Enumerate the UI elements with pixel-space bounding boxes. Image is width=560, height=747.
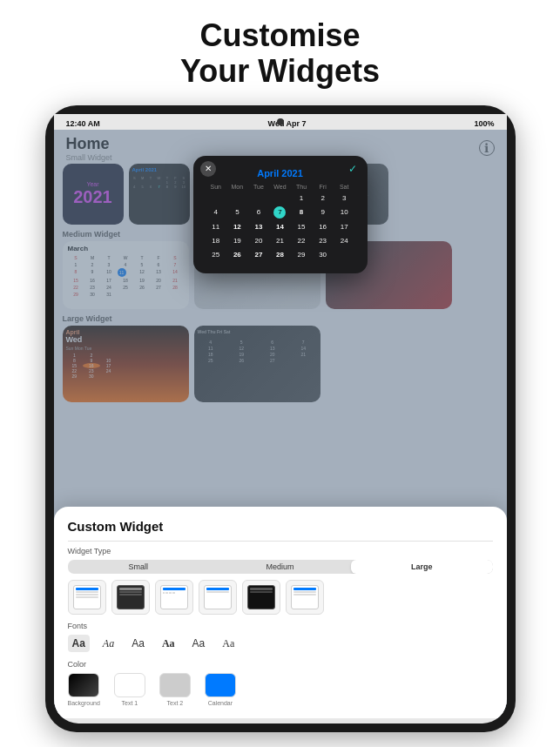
color-swatch-label-cal: Calendar [208,700,233,706]
tab-medium[interactable]: Medium [209,560,351,574]
widget-type-tabs: Small Medium Large [68,560,493,574]
status-date: Wed Apr 7 [268,119,307,128]
tab-large[interactable]: Large [351,560,493,574]
check-button[interactable]: ✓ [345,161,361,177]
color-swatch-text2 [159,673,191,697]
custom-widget-title: Custom Widget [68,519,493,534]
color-swatch-label-text2: Text 2 [167,700,184,706]
panel-divider [68,541,493,542]
app-content: Home Small Widget ℹ Year 2021 [54,130,507,718]
camera-dot [277,118,284,125]
font-option-5[interactable]: Aa [188,635,210,652]
color-text2[interactable]: Text 2 [159,673,191,706]
status-time: 12:40 AM [66,119,100,128]
calendar-popup: ✕ ✓ April 2021 Sun Mon Tue Wed Thu Fri S… [193,156,368,273]
style-thumb-6[interactable] [286,580,324,615]
color-row: Background Text 1 Text 2 Calendar [68,673,493,706]
widget-style-row [68,580,493,615]
style-thumb-2[interactable] [111,580,150,615]
font-option-1[interactable]: Aa [68,635,90,652]
cal-grid: 1 2 3 4 5 6 7 8 9 10 11 [206,192,355,261]
style-thumb-5[interactable] [242,580,280,615]
custom-widget-panel: Custom Widget Widget Type Small Medium L… [54,507,507,718]
color-text1[interactable]: Text 1 [114,673,145,706]
font-option-4[interactable]: Aa [158,635,179,653]
color-swatch-label-text1: Text 1 [122,700,138,706]
color-label: Color [68,660,493,669]
color-swatch-text1 [114,673,145,697]
font-option-3[interactable]: Aa [127,635,149,652]
style-thumb-4[interactable] [199,580,237,615]
color-swatch-cal [205,673,236,697]
style-thumb-3[interactable] [155,580,193,615]
cal-days-header: Sun Mon Tue Wed Thu Fri Sat [206,184,355,190]
cal-popup-header: April 2021 [206,168,355,178]
page-title: Customise Your Widgets [180,17,380,90]
close-button[interactable]: ✕ [200,161,216,177]
today-cell: 7 [273,206,286,219]
color-calendar[interactable]: Calendar [205,673,236,706]
widget-type-label: Widget Type [68,547,493,555]
fonts-label: Fonts [68,622,493,630]
ipad-frame: 12:40 AM Wed Apr 7 100% Home Small Widge… [45,105,516,732]
ipad-screen: 12:40 AM Wed Apr 7 100% Home Small Widge… [54,114,507,723]
color-swatch-bg [68,673,99,697]
fonts-row: Aa Aa Aa Aa Aa Aa [68,635,493,653]
font-option-2[interactable]: Aa [98,635,118,653]
style-thumb-1[interactable] [68,580,106,615]
font-option-6[interactable]: Aa [218,635,239,653]
tab-small[interactable]: Small [68,560,210,574]
status-battery: 100% [474,119,494,128]
color-background[interactable]: Background [68,673,100,706]
color-swatch-label-bg: Background [68,700,100,706]
